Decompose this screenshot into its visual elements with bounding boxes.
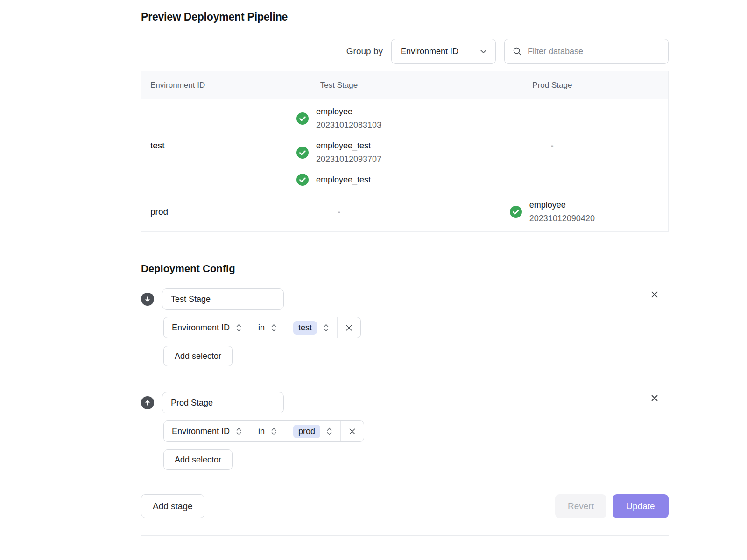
selector-field-value: Environment ID [172, 427, 230, 436]
selector-operator-select[interactable]: in [250, 317, 285, 338]
test-stage-cell: employee 20231012083103 employee_test 20… [241, 99, 436, 192]
updown-caret-icon [271, 323, 277, 333]
selector-value-pill: prod [293, 425, 320, 438]
stage-block-test: Environment ID in test Add sel [141, 288, 669, 366]
deployment-entry: employee 20231012090420 [510, 198, 595, 225]
database-name: employee [529, 198, 595, 212]
check-circle-icon [510, 206, 522, 218]
remove-selector-button[interactable] [338, 317, 360, 338]
pipeline-table-header: Environment ID Test Stage Prod Stage [141, 71, 668, 99]
schema-version: 20231012083103 [316, 119, 381, 132]
empty-value: - [338, 207, 340, 217]
selector-value-pill: test [293, 321, 317, 335]
selector-operator-select[interactable]: in [250, 421, 285, 441]
footer-actions: Add stage Revert Update [141, 494, 669, 518]
selector-field-value: Environment ID [172, 323, 230, 333]
remove-stage-button[interactable] [649, 289, 660, 300]
table-row-prod: prod - employee 20231012090420 [141, 192, 668, 231]
stage-name-input[interactable] [162, 288, 284, 310]
selector-row: Environment ID in prod [163, 420, 364, 442]
revert-button[interactable]: Revert [555, 494, 606, 518]
prod-stage-cell: employee 20231012090420 [437, 192, 668, 231]
deployment-entry: employee 20231012083103 [296, 105, 381, 132]
selector-field-select[interactable]: Environment ID [164, 317, 250, 338]
stage-name-input[interactable] [162, 392, 284, 413]
page-title: Preview Deployment Pipeline [141, 11, 669, 23]
column-header-prod-stage: Prod Stage [437, 81, 668, 90]
selector-value-select[interactable]: prod [285, 421, 341, 441]
database-name: employee_test [316, 173, 371, 187]
prod-stage-cell: - [437, 99, 668, 192]
deployment-entry: employee_test [296, 173, 371, 187]
test-stage-cell: - [241, 192, 436, 231]
stage-block-prod: Environment ID in prod Add sel [141, 392, 669, 470]
database-name: employee_test [316, 139, 381, 153]
add-selector-button[interactable]: Add selector [163, 449, 233, 470]
remove-selector-button[interactable] [341, 421, 364, 441]
table-row-test: test employee 20231012083103 [141, 99, 668, 192]
empty-value: - [551, 141, 554, 151]
selector-operator-value: in [258, 427, 265, 436]
updown-caret-icon [236, 323, 242, 333]
chevron-down-icon [479, 48, 487, 56]
check-circle-icon [296, 147, 309, 159]
check-circle-icon [296, 174, 309, 186]
database-name: employee [316, 105, 381, 119]
update-button[interactable]: Update [613, 494, 669, 518]
schema-version: 20231012090420 [529, 212, 595, 225]
main-content: Preview Deployment Pipeline Group by Env… [141, 0, 669, 536]
toolbar: Group by Environment ID [141, 39, 669, 64]
column-header-environment-id: Environment ID [141, 81, 241, 90]
arrow-down-circle-icon [141, 293, 154, 306]
pipeline-table: Environment ID Test Stage Prod Stage tes… [141, 71, 669, 232]
deployment-entries: employee 20231012090420 [510, 198, 595, 225]
remove-stage-button[interactable] [649, 393, 660, 403]
filter-database-input[interactable] [528, 47, 660, 56]
selector-operator-value: in [258, 323, 265, 333]
add-selector-button[interactable]: Add selector [163, 346, 233, 366]
selector-value-select[interactable]: test [285, 317, 338, 338]
bottom-divider [141, 535, 669, 536]
stage-divider [141, 378, 669, 378]
selector-row: Environment ID in test [163, 317, 361, 338]
schema-version: 20231012093707 [316, 153, 381, 166]
group-by-label: Group by [346, 46, 383, 56]
filter-database-search[interactable] [504, 39, 669, 64]
footer-divider [141, 482, 669, 482]
selector-field-select[interactable]: Environment ID [164, 421, 250, 441]
updown-caret-icon [323, 323, 329, 333]
deployment-config-heading: Deployment Config [141, 263, 669, 275]
updown-caret-icon [236, 427, 242, 436]
updown-caret-icon [271, 427, 277, 436]
arrow-up-circle-icon [141, 396, 154, 409]
group-by-select[interactable]: Environment ID [391, 39, 496, 64]
check-circle-icon [296, 112, 309, 125]
add-stage-button[interactable]: Add stage [141, 494, 204, 518]
search-icon [513, 47, 522, 56]
environment-id-cell: test [141, 99, 241, 192]
deployment-entries: employee 20231012083103 employee_test 20… [296, 105, 381, 187]
environment-id-cell: prod [141, 192, 241, 231]
group-by-selected-value: Environment ID [401, 47, 458, 56]
updown-caret-icon [326, 427, 332, 436]
column-header-test-stage: Test Stage [241, 81, 436, 90]
deployment-entry: employee_test 20231012093707 [296, 139, 381, 166]
